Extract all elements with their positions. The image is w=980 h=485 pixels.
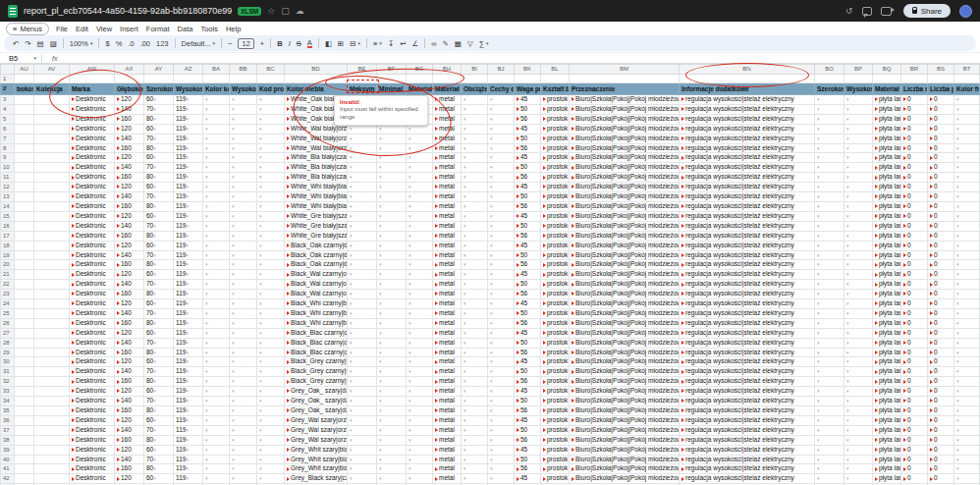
cell[interactable]: 0 — [928, 134, 954, 143]
cell[interactable]: ▾ — [462, 134, 488, 143]
dropdown-icon[interactable]: ▾ — [232, 350, 235, 355]
dropdown-icon[interactable]: ▾ — [259, 223, 262, 229]
dropdown-icon[interactable]: ▾ — [408, 320, 411, 326]
column-header-BB[interactable]: BB — [230, 65, 257, 75]
dropdown-icon[interactable]: ▾ — [232, 368, 235, 374]
dropdown-icon[interactable]: ▾ — [350, 154, 353, 160]
cell[interactable]: regulacja wysokości|stelaż elektryczny — [680, 241, 815, 250]
dropdown-icon[interactable]: ▾ — [153, 465, 156, 471]
dropdown-icon[interactable]: ▾ — [153, 154, 156, 160]
cell[interactable]: 0 — [901, 192, 928, 202]
cell[interactable]: metal — [433, 270, 462, 280]
cell[interactable]: ▾ — [348, 348, 377, 357]
menus-button[interactable]: ≡ Menus — [6, 23, 49, 35]
dropdown-icon[interactable]: ▾ — [490, 368, 493, 374]
dropdown-icon[interactable]: ▾ — [846, 447, 849, 453]
fill-color-icon[interactable]: ◧ — [325, 39, 332, 48]
cell[interactable]: ▾ — [203, 397, 230, 406]
dropdown-icon[interactable]: ▾ — [186, 320, 189, 326]
cell[interactable]: regulacja wysokości|stelaż elektryczny — [680, 221, 815, 231]
dropdown-icon[interactable]: ▾ — [153, 233, 156, 239]
cell[interactable]: Biuro|Szkoła|Pokój|Pokój młodzieżowy — [570, 201, 680, 211]
cell[interactable]: płyta lam — [873, 328, 901, 338]
cell[interactable]: metal — [433, 425, 462, 435]
cell[interactable] — [15, 124, 34, 134]
cell[interactable]: ▾ — [815, 231, 844, 241]
cell[interactable]: 45 — [515, 124, 541, 134]
dropdown-icon[interactable]: ▾ — [956, 368, 959, 374]
cell[interactable]: ▾ — [462, 308, 488, 318]
cell[interactable]: Biuro|Szkoła|Pokój|Pokój młodzieżowy — [570, 425, 680, 435]
cell[interactable]: 0 — [901, 260, 928, 270]
menu-format[interactable]: Format — [142, 24, 174, 34]
dropdown-icon[interactable]: ▾ — [846, 135, 849, 141]
column-header-BR[interactable]: BR — [901, 65, 928, 75]
row-header-2[interactable]: 2 — [1, 83, 15, 95]
cell[interactable]: Black_Grey czarny|szary — [285, 367, 348, 377]
cell[interactable]: ▾ — [488, 338, 515, 348]
cell[interactable]: ▾ — [954, 250, 980, 260]
dropdown-icon[interactable]: ▾ — [379, 242, 382, 248]
cell[interactable]: 50 — [515, 455, 541, 464]
cell[interactable]: ▾ — [203, 367, 230, 377]
cell[interactable]: ▾ — [257, 357, 285, 367]
cell[interactable]: 45 — [515, 211, 541, 221]
cell[interactable]: Biuro|Szkoła|Pokój|Pokój młodzieżowy — [570, 270, 680, 280]
cell[interactable]: Desktronic — [70, 397, 115, 406]
cell[interactable]: ▾ — [954, 143, 980, 153]
cell[interactable]: ▾ — [348, 357, 377, 367]
cell[interactable]: 0 — [901, 415, 928, 425]
dropdown-icon[interactable]: ▾ — [205, 475, 208, 481]
cell[interactable]: 140 — [115, 163, 144, 173]
cell[interactable]: ▾ — [954, 415, 980, 425]
cell[interactable]: 80▾ — [144, 201, 174, 211]
dropdown-icon[interactable]: ▾ — [259, 164, 262, 170]
cell[interactable]: regulacja wysokości|stelaż elektryczny — [680, 95, 815, 105]
column-header-AZ[interactable]: AZ — [174, 65, 203, 75]
cell[interactable]: ▾ — [203, 445, 230, 455]
cell[interactable]: ▾ — [488, 348, 515, 357]
cell[interactable]: 56 — [515, 406, 541, 416]
cell[interactable]: płyta lam — [873, 367, 901, 377]
dropdown-icon[interactable]: ▾ — [956, 252, 959, 258]
dropdown-icon[interactable]: ▾ — [956, 164, 959, 170]
cell[interactable] — [34, 183, 70, 192]
cell[interactable]: ▾ — [377, 231, 407, 241]
dropdown-icon[interactable]: ▾ — [232, 126, 235, 132]
cell[interactable]: 0 — [928, 163, 954, 173]
row-header-29[interactable]: 29 — [1, 348, 15, 357]
cell[interactable]: regulacja wysokości|stelaż elektryczny — [680, 377, 815, 387]
cell[interactable] — [15, 455, 34, 464]
cell[interactable]: Black_Wal czarny|orzech — [285, 270, 348, 280]
field-header-cell[interactable]: Kolor kor — [203, 83, 230, 95]
cell[interactable]: Desktronic — [70, 367, 115, 377]
dropdown-icon[interactable]: ▾ — [490, 174, 493, 180]
dropdown-icon[interactable]: ▾ — [153, 437, 156, 443]
dropdown-icon[interactable]: ▾ — [186, 126, 189, 132]
cell[interactable] — [257, 75, 285, 83]
cell[interactable]: 140 — [115, 250, 144, 260]
cell[interactable]: ▾ — [377, 221, 407, 231]
cell[interactable]: metal — [433, 338, 462, 348]
dropdown-icon[interactable]: ▾ — [817, 106, 820, 112]
dropdown-icon[interactable]: ▾ — [205, 291, 208, 296]
dropdown-icon[interactable]: ▾ — [205, 126, 208, 132]
cell[interactable]: 119▾ — [174, 328, 203, 338]
cell[interactable]: ▾ — [488, 445, 515, 455]
dropdown-icon[interactable]: ▾ — [817, 135, 820, 141]
cell[interactable]: 45 — [515, 445, 541, 455]
dropdown-icon[interactable]: ▾ — [350, 398, 353, 404]
dropdown-icon[interactable]: ▾ — [846, 300, 849, 306]
cell[interactable]: ▾ — [844, 455, 873, 464]
dropdown-icon[interactable]: ▾ — [350, 223, 353, 229]
cell[interactable]: ▾ — [348, 124, 377, 134]
cell[interactable]: ▾ — [954, 104, 980, 114]
dropdown-icon[interactable]: ▾ — [350, 378, 353, 384]
dropdown-icon[interactable]: ▾ — [490, 300, 493, 306]
cell[interactable]: ▾ — [257, 425, 285, 435]
dropdown-icon[interactable]: ▾ — [379, 417, 382, 423]
cell[interactable]: ▾ — [815, 290, 844, 299]
dropdown-icon[interactable]: ▾ — [205, 388, 208, 394]
select-all-corner[interactable] — [1, 65, 15, 75]
dropdown-icon[interactable]: ▾ — [205, 193, 208, 199]
